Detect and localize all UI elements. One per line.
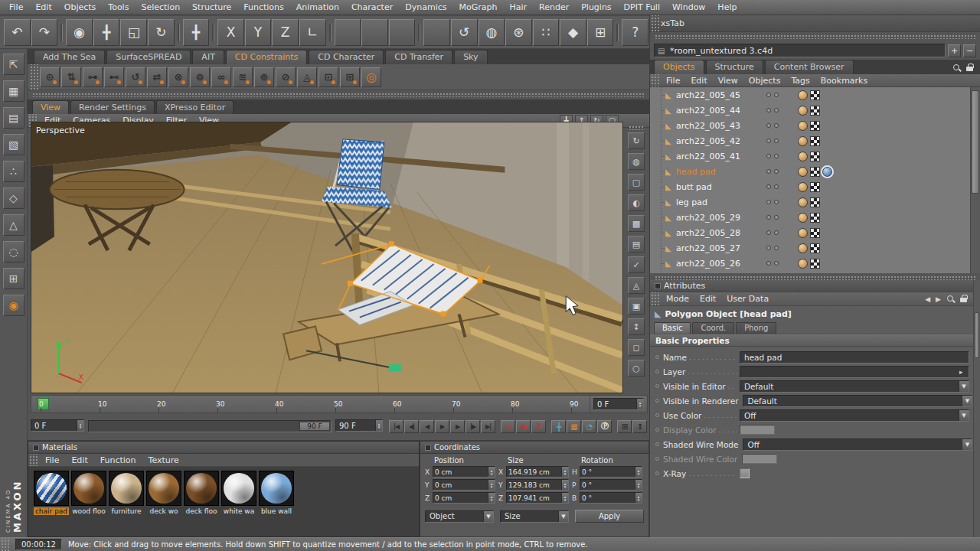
panel-grip[interactable] <box>650 15 661 31</box>
mode-button[interactable]: ▤ <box>3 107 24 129</box>
transport-button[interactable]: ▶| <box>481 420 495 433</box>
spinner-icon[interactable]: ▴▾ <box>77 420 83 431</box>
plugin-tab[interactable]: SurfaceSPREAD <box>106 50 191 64</box>
object-row[interactable]: ◣ arch22_005_44 <box>650 103 980 118</box>
material-swatch[interactable]: deck floo <box>183 471 220 515</box>
panel-grip[interactable] <box>655 34 975 39</box>
cd-tool-button[interactable]: ⇄ <box>147 67 167 87</box>
extra-toggle-button[interactable]: ↕ <box>632 420 647 433</box>
menu-item[interactable]: MoGraph <box>452 1 503 14</box>
menu-item[interactable]: Animation <box>290 1 345 14</box>
attributes-menu-item[interactable]: Mode <box>661 293 694 305</box>
viewport-tab[interactable]: XPresso Editor <box>156 100 234 114</box>
palette-button[interactable]: ○ <box>628 360 645 377</box>
material-swatch[interactable]: wood floo <box>70 471 107 515</box>
material-tag-icon[interactable] <box>798 106 808 116</box>
apply-button[interactable]: Apply <box>575 510 644 523</box>
object-row[interactable]: ◣ arch22_005_42 <box>650 133 980 148</box>
visibility-dots[interactable] <box>766 200 779 204</box>
menu-item[interactable]: Help <box>711 1 743 14</box>
keyframe-dot-icon[interactable] <box>655 457 659 461</box>
toolbar-button[interactable]: ╋ <box>93 19 120 46</box>
toolbar-button[interactable]: ⊞ <box>587 19 614 46</box>
mode-button[interactable]: △ <box>3 214 24 236</box>
toolbar-button[interactable] <box>361 19 388 46</box>
visibility-dots[interactable] <box>766 261 779 266</box>
mode-button[interactable]: ▧ <box>3 134 24 155</box>
dropdown[interactable]: Default ▼ <box>743 395 972 407</box>
keyframe-dot-icon[interactable] <box>655 370 659 373</box>
keyframe-dot-icon[interactable] <box>655 384 659 388</box>
palette-button[interactable]: ◻ <box>628 339 645 356</box>
cd-tool-button[interactable]: ⊷ <box>104 67 124 87</box>
palette-button[interactable]: ▩ <box>628 215 645 232</box>
cd-tool-button[interactable]: ◬ <box>297 67 317 87</box>
object-manager-menu-item[interactable]: Edit <box>685 75 712 86</box>
material-swatch[interactable]: chair pad <box>33 471 70 515</box>
material-tag-icon[interactable] <box>798 228 808 238</box>
menu-item[interactable]: Edit <box>29 1 57 14</box>
position-input[interactable]: 0 cm▴▾ <box>433 466 495 478</box>
spinner-icon[interactable]: ▴▾ <box>635 467 642 477</box>
menu-item[interactable]: Window <box>666 1 711 14</box>
scrollbar-thumb[interactable] <box>972 90 979 194</box>
spinner-icon[interactable]: ▴▾ <box>561 480 568 490</box>
material-tag-icon[interactable] <box>798 259 808 269</box>
power-slider[interactable]: 90 F <box>88 420 332 432</box>
toolbar-button[interactable]: ◱ <box>120 19 147 46</box>
toolbar-button[interactable]: ◆ <box>560 19 586 46</box>
mode-button[interactable]: ⊞ <box>3 268 24 289</box>
position-input[interactable]: 0 cm▴▾ <box>433 479 495 491</box>
attribute-tab[interactable]: Phong <box>736 322 776 334</box>
uvw-tag-icon[interactable] <box>810 213 820 223</box>
visibility-dots[interactable] <box>766 184 779 189</box>
cd-tool-button[interactable]: ⊡ <box>318 67 338 87</box>
camera-label[interactable]: Perspective <box>36 126 85 135</box>
rotation-input[interactable]: 0 °▴▾ <box>580 492 642 504</box>
key-toggle-button[interactable]: ╋ <box>551 420 566 433</box>
object-manager-menu-item[interactable]: View <box>713 75 743 86</box>
object-name[interactable]: arch22_005_26 <box>676 259 766 269</box>
plugin-tab[interactable]: CD Constraints <box>226 50 307 64</box>
rotation-input[interactable]: 0 °▴▾ <box>580 466 642 478</box>
record-button[interactable]: ◎ <box>501 420 515 433</box>
attributes-menu-item[interactable]: User Data <box>721 293 774 305</box>
toolbar-button[interactable]: ↻ <box>148 19 175 46</box>
palette-button[interactable]: ◬ <box>628 277 645 294</box>
lock-icon[interactable] <box>966 64 974 72</box>
visibility-dots[interactable] <box>766 139 779 143</box>
toolbar-button[interactable] <box>423 19 450 46</box>
object-row[interactable]: ◣ leg pad <box>650 194 980 210</box>
toolbar-button[interactable] <box>389 19 416 46</box>
cd-tool-button[interactable]: ≋ <box>233 67 253 87</box>
spinner-icon[interactable]: ▴▾ <box>635 493 642 503</box>
transport-button[interactable]: |▶ <box>466 420 480 433</box>
panel-grip[interactable] <box>650 74 661 86</box>
object-manager-menu-item[interactable]: File <box>661 75 685 86</box>
dropdown[interactable]: Off ▼ <box>743 439 972 451</box>
menu-item[interactable]: DPIT Full <box>618 1 666 14</box>
menu-item[interactable]: Plugins <box>575 1 617 14</box>
current-frame-field[interactable]: 0 F ▴▾ <box>593 398 644 410</box>
key-toggle-button[interactable]: Ⓟ <box>597 420 612 433</box>
viewport-canvas[interactable]: Y X Perspective <box>31 122 623 393</box>
uvw-tag-icon[interactable] <box>810 243 820 253</box>
object-name[interactable]: head pad <box>676 167 766 177</box>
rotation-input[interactable]: 0 °▴▾ <box>580 479 642 491</box>
spinner-icon[interactable]: ▴▾ <box>636 399 643 409</box>
size-input[interactable]: 129.183 cm▴▾ <box>506 479 569 491</box>
viewport-tab[interactable]: View <box>32 100 69 114</box>
uvw-tag-icon[interactable] <box>810 167 820 177</box>
history-forward-icon[interactable]: ▶ <box>936 295 941 303</box>
menu-item[interactable]: Selection <box>135 1 186 14</box>
panel-grip[interactable] <box>629 126 644 130</box>
object-row[interactable]: ◣ arch22_005_26 <box>650 256 980 271</box>
palette-button[interactable]: ◐ <box>628 194 645 211</box>
remove-scene-button[interactable]: − <box>963 44 976 57</box>
menu-item[interactable]: Render <box>533 1 575 14</box>
viewport-tab[interactable]: Render Settings <box>70 100 155 114</box>
toolbar-button[interactable]: ◉ <box>66 19 93 46</box>
record-button[interactable]: ◉ <box>516 420 531 433</box>
material-tag-icon[interactable] <box>798 182 808 192</box>
end-frame-field[interactable]: 90 F ▴▾ <box>335 419 383 432</box>
